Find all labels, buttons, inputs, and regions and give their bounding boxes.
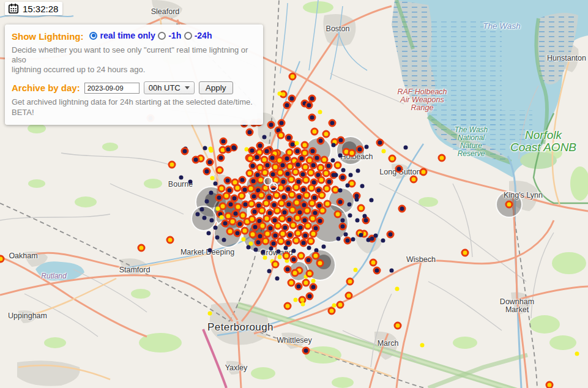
yellow-dot-strike[interactable] <box>575 352 579 356</box>
yellow-dot-strike[interactable] <box>382 149 386 154</box>
yellow-dot-strike[interactable] <box>295 141 299 146</box>
red-ring-yellow-core-strike[interactable] <box>238 192 246 200</box>
red-ring-navy-core-strike[interactable] <box>239 176 247 184</box>
red-ring-navy-core-strike[interactable] <box>376 139 384 147</box>
yellow-dot-strike[interactable] <box>263 256 267 260</box>
red-ring-yellow-core-strike[interactable] <box>277 237 285 245</box>
navy-dot-strike[interactable] <box>404 146 408 150</box>
yellow-dot-strike[interactable] <box>294 298 298 302</box>
red-ring-navy-core-strike[interactable] <box>224 177 232 185</box>
red-ring-yellow-core-strike[interactable] <box>319 207 327 215</box>
red-ring-yellow-core-strike[interactable] <box>262 200 270 207</box>
utc-hour-select[interactable]: 00h UTC <box>144 81 195 94</box>
yellow-dot-strike[interactable] <box>209 147 213 151</box>
red-ring-yellow-core-strike[interactable] <box>334 211 342 218</box>
navy-dot-strike[interactable] <box>374 234 378 238</box>
red-ring-navy-core-strike[interactable] <box>192 156 200 164</box>
navy-dot-strike[interactable] <box>208 248 212 253</box>
red-ring-navy-core-strike[interactable] <box>290 256 298 264</box>
navy-dot-strike[interactable] <box>203 146 207 151</box>
red-ring-yellow-core-strike[interactable] <box>259 222 267 230</box>
red-ring-yellow-core-strike[interactable] <box>370 259 378 267</box>
navy-dot-strike[interactable] <box>344 233 348 237</box>
navy-dot-strike[interactable] <box>261 250 266 255</box>
red-ring-yellow-core-strike[interactable] <box>278 215 286 223</box>
navy-dot-strike[interactable] <box>370 198 374 203</box>
radio-unselected-icon[interactable] <box>158 32 166 40</box>
red-ring-yellow-core-strike[interactable] <box>438 154 446 162</box>
navy-dot-strike[interactable] <box>247 245 251 250</box>
navy-dot-strike[interactable] <box>222 238 226 242</box>
red-ring-yellow-core-strike[interactable] <box>297 252 305 260</box>
navy-dot-strike[interactable] <box>179 176 184 180</box>
red-ring-yellow-core-strike[interactable] <box>302 176 310 184</box>
red-ring-yellow-core-strike[interactable] <box>273 192 281 200</box>
red-ring-yellow-core-strike[interactable] <box>505 201 513 209</box>
red-ring-yellow-core-strike[interactable] <box>263 215 271 223</box>
red-ring-yellow-core-strike[interactable] <box>277 184 285 192</box>
red-ring-yellow-core-strike[interactable] <box>289 73 297 81</box>
red-ring-yellow-core-strike[interactable] <box>248 215 256 223</box>
red-ring-navy-core-strike[interactable] <box>295 283 303 291</box>
red-ring-yellow-core-strike[interactable] <box>226 228 234 236</box>
yellow-dot-strike[interactable] <box>318 110 322 114</box>
red-ring-navy-core-strike[interactable] <box>220 138 228 146</box>
red-ring-yellow-core-strike[interactable] <box>218 185 226 193</box>
red-ring-yellow-core-strike[interactable] <box>262 237 270 245</box>
navy-dot-strike[interactable] <box>348 203 352 207</box>
navy-dot-strike[interactable] <box>332 143 336 147</box>
red-ring-yellow-core-strike[interactable] <box>348 149 356 157</box>
navy-dot-strike[interactable] <box>331 159 335 163</box>
navy-dot-strike[interactable] <box>365 145 369 149</box>
red-ring-yellow-core-strike[interactable] <box>311 128 319 136</box>
navy-dot-strike[interactable] <box>196 212 200 217</box>
red-ring-navy-core-strike[interactable] <box>313 154 321 162</box>
red-ring-yellow-core-strike[interactable] <box>316 259 324 267</box>
red-ring-yellow-core-strike[interactable] <box>346 278 354 286</box>
red-ring-navy-core-strike[interactable] <box>356 146 364 154</box>
navy-dot-strike[interactable] <box>338 188 343 193</box>
navy-dot-strike[interactable] <box>381 239 385 243</box>
navy-dot-strike[interactable] <box>233 146 237 151</box>
red-ring-yellow-core-strike[interactable] <box>345 292 353 300</box>
red-ring-navy-core-strike[interactable] <box>206 159 214 166</box>
navy-dot-strike[interactable] <box>205 200 209 204</box>
red-ring-yellow-core-strike[interactable] <box>461 249 469 257</box>
navy-dot-strike[interactable] <box>341 218 345 223</box>
red-ring-yellow-core-strike[interactable] <box>261 169 269 177</box>
red-ring-navy-core-strike[interactable] <box>283 102 291 110</box>
red-ring-yellow-core-strike[interactable] <box>301 141 309 149</box>
red-ring-navy-core-strike[interactable] <box>181 147 189 155</box>
red-ring-yellow-core-strike[interactable] <box>394 322 402 330</box>
navy-dot-strike[interactable] <box>338 154 343 158</box>
red-ring-navy-core-strike[interactable] <box>305 256 313 264</box>
red-ring-navy-core-strike[interactable] <box>246 129 254 136</box>
red-ring-yellow-core-strike[interactable] <box>272 261 280 269</box>
red-ring-yellow-core-strike[interactable] <box>234 184 242 192</box>
navy-dot-strike[interactable] <box>367 238 371 242</box>
red-ring-navy-core-strike[interactable] <box>387 231 395 239</box>
navy-dot-strike[interactable] <box>188 180 193 184</box>
apply-button[interactable]: Apply <box>199 81 233 94</box>
navy-dot-strike[interactable] <box>269 247 274 251</box>
red-ring-navy-core-strike[interactable] <box>302 347 310 355</box>
red-ring-navy-core-strike[interactable] <box>339 223 347 231</box>
yellow-dot-strike[interactable] <box>216 207 220 211</box>
red-ring-yellow-core-strike[interactable] <box>223 192 231 200</box>
yellow-dot-strike[interactable] <box>420 343 425 348</box>
red-ring-navy-core-strike[interactable] <box>203 168 211 176</box>
navy-dot-strike[interactable] <box>359 233 363 237</box>
red-ring-yellow-core-strike[interactable] <box>302 279 310 287</box>
navy-dot-strike[interactable] <box>207 231 211 236</box>
red-ring-yellow-core-strike[interactable] <box>322 130 330 138</box>
navy-dot-strike[interactable] <box>360 184 365 188</box>
red-ring-yellow-core-strike[interactable] <box>312 252 320 260</box>
lightning-mode-option[interactable]: -24h <box>184 31 212 40</box>
red-ring-yellow-core-strike[interactable] <box>410 176 418 184</box>
yellow-dot-strike[interactable] <box>395 287 400 291</box>
navy-dot-strike[interactable] <box>322 245 326 249</box>
red-ring-yellow-core-strike[interactable] <box>247 185 255 193</box>
red-ring-yellow-core-strike[interactable] <box>318 192 326 200</box>
red-ring-yellow-core-strike[interactable] <box>166 236 174 244</box>
navy-dot-strike[interactable] <box>390 269 394 273</box>
